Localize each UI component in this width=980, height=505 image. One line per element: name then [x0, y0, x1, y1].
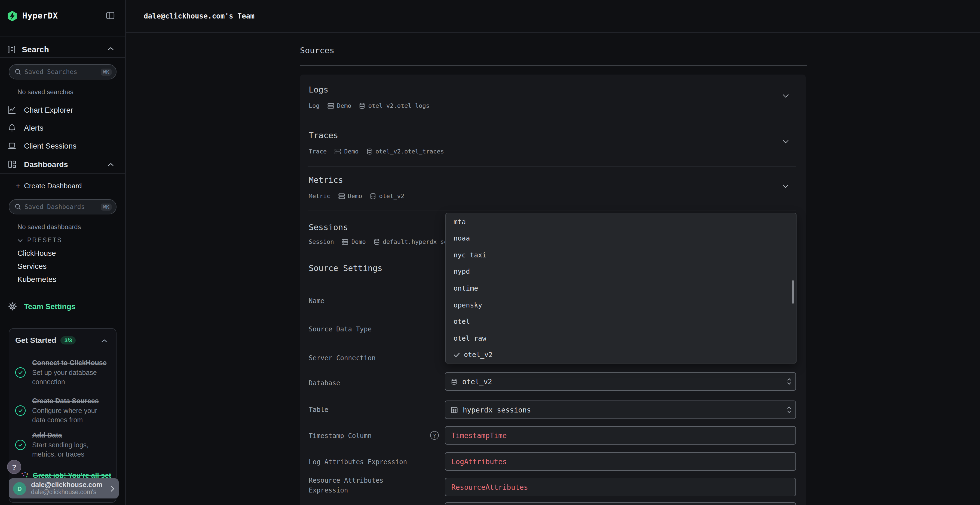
get-started-header[interactable]: Get Started 3/3 [15, 336, 76, 345]
dropdown-option[interactable]: otel_raw [446, 330, 796, 346]
nav-label: Chart Explorer [24, 106, 73, 114]
sidebar-item-dashboards[interactable]: Dashboards [0, 158, 125, 171]
user-menu[interactable]: D dale@clickhouse.com dale@clickhouse.co… [9, 478, 119, 499]
log-attributes-input[interactable]: LogAttributes [445, 452, 796, 471]
shortcut-badge: ⌘K [101, 203, 111, 210]
avatar: D [13, 482, 26, 495]
chevron-down-icon[interactable] [783, 184, 789, 188]
app-window: HyperDX Search [0, 0, 980, 505]
connection-badge: Demo [342, 238, 366, 245]
no-saved-searches-note: No saved searches [18, 88, 73, 96]
divider [300, 65, 807, 66]
plus-icon: + [16, 181, 20, 190]
create-dashboard-label: Create Dashboard [24, 182, 82, 190]
dropdown-option[interactable]: opensky [446, 297, 796, 313]
collapse-sidebar-icon[interactable] [106, 11, 115, 20]
help-tooltip-icon[interactable]: ? [430, 431, 439, 440]
help-button[interactable]: ? [7, 460, 21, 474]
shortcut-badge: ⌘K [101, 68, 111, 75]
chevron-up-icon[interactable] [101, 339, 107, 343]
source-row-title: Sessions [309, 222, 348, 232]
source-row-meta: Log Demo otel_v2.otel_logs [309, 102, 430, 110]
user-team: dale@clickhouse.com's [31, 489, 106, 496]
select-arrows-icon[interactable] [787, 378, 792, 385]
sidebar-item-team-settings[interactable]: Team Settings [0, 300, 125, 312]
resource-attributes-input[interactable]: ResourceAttributes [445, 478, 796, 496]
dropdown-option-selected[interactable]: otel_v2 [446, 346, 796, 363]
table-name: otel_v2.otel_traces [375, 148, 444, 155]
top-bar: dale@clickhouse.com's Team [125, 0, 980, 33]
server-icon [327, 102, 334, 110]
checklist-item-title: Connect to ClickHouse [32, 358, 111, 368]
log-attributes-value: LogAttributes [451, 457, 507, 465]
preset-item-kubernetes[interactable]: Kubernetes [18, 275, 56, 284]
connection-badge: Demo [338, 193, 362, 200]
get-started-title: Get Started [15, 336, 56, 345]
dropdown-scrollbar[interactable] [792, 280, 794, 304]
table-name: otel_v2.otel_logs [368, 102, 430, 110]
checklist-item-add-data[interactable]: Add Data Start sending logs, metrics, or… [15, 429, 111, 460]
divider [308, 211, 796, 211]
saved-dashboards-input[interactable]: Saved Dashboards ⌘K [9, 199, 116, 214]
chevron-up-icon[interactable] [108, 47, 114, 51]
next-field-input[interactable] [445, 502, 796, 505]
connection-badge: Demo [334, 148, 358, 155]
presets-toggle[interactable]: PRESETS [0, 236, 125, 246]
connection-name: Demo [348, 193, 362, 200]
dropdown-option[interactable]: otel [446, 313, 796, 330]
gear-icon [8, 302, 17, 311]
checklist-item-sources[interactable]: Create Data Sources Configure where your… [15, 395, 111, 426]
checklist-item-connect[interactable]: Connect to ClickHouse Set up your databa… [15, 351, 111, 393]
saved-searches-placeholder: Saved Searches [24, 68, 101, 76]
preset-item-services[interactable]: Services [18, 262, 46, 270]
dropdown-option[interactable]: nyc_taxi [446, 246, 796, 263]
hyperdx-logo-icon [6, 10, 18, 22]
server-icon [338, 193, 345, 200]
create-dashboard-button[interactable]: + Create Dashboard [0, 180, 125, 191]
resource-attributes-label: Resource Attributes Expression [309, 476, 396, 495]
sidebar: HyperDX Search [0, 0, 126, 505]
check-circle-icon [15, 405, 26, 416]
source-row-title: Metrics [309, 175, 343, 185]
source-row-meta: Metric Demo otel_v2 [309, 193, 404, 200]
connection-name: Demo [352, 238, 366, 245]
database-value: otel_v2 [462, 377, 492, 386]
preset-item-clickhouse[interactable]: ClickHouse [18, 249, 56, 257]
divider [308, 121, 796, 121]
source-type: Session [309, 238, 334, 245]
saved-searches-input[interactable]: Saved Searches ⌘K [9, 64, 116, 79]
timestamp-column-input[interactable]: TimestampTime [445, 426, 796, 445]
dropdown-option[interactable]: ontime [446, 280, 796, 297]
divider [0, 36, 125, 37]
select-arrows-icon[interactable] [787, 406, 792, 414]
chevron-down-icon [18, 239, 23, 242]
table-badge: otel_v2.otel_logs [359, 102, 430, 110]
sidebar-item-alerts[interactable]: Alerts [0, 122, 125, 134]
chevron-up-icon[interactable] [108, 163, 114, 167]
sidebar-item-chart-explorer[interactable]: Chart Explorer [0, 104, 125, 116]
text-cursor [493, 377, 493, 386]
sidebar-item-search[interactable]: Search [0, 43, 125, 57]
nav-label: Alerts [24, 124, 43, 132]
database-dropdown-menu: mta noaa nyc_taxi nypd ontime opensky ot… [445, 213, 797, 364]
dropdown-option[interactable]: noaa [446, 230, 796, 246]
connection-name: Demo [337, 102, 352, 110]
checklist-item-title: Create Data Sources [32, 396, 111, 406]
checklist-item-subtitle: Start sending logs, metrics, or traces [32, 440, 111, 459]
table-select[interactable]: hyperdx_sessions [445, 400, 796, 419]
chevron-down-icon[interactable] [783, 139, 789, 144]
check-circle-icon [15, 439, 26, 450]
logo-row: HyperDX [0, 6, 125, 25]
journal-icon [7, 45, 16, 54]
divider [0, 173, 125, 173]
chevron-down-icon[interactable] [783, 94, 789, 98]
database-select[interactable]: otel_v2 [445, 372, 796, 391]
sidebar-item-client-sessions[interactable]: Client Sessions [0, 140, 125, 152]
checklist-item-subtitle: Configure where your data comes from [32, 406, 111, 425]
dropdown-option[interactable]: nypd [446, 263, 796, 280]
dropdown-option[interactable]: mta [446, 213, 796, 230]
database-icon [451, 378, 457, 385]
timestamp-column-label: Timestamp Column [309, 431, 418, 441]
source-row-meta: Trace Demo otel_v2.otel_traces [309, 148, 444, 155]
search-section-label: Search [22, 44, 49, 54]
